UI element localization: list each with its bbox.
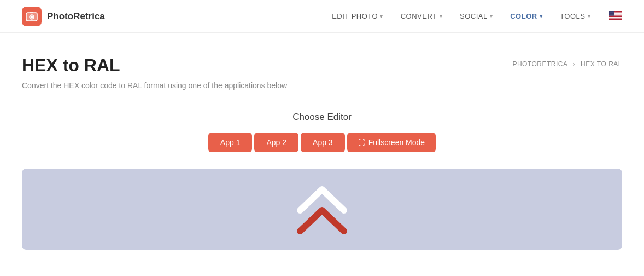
page-description: Convert the HEX color code to RAL format… <box>22 81 622 90</box>
language-flag[interactable]: ★★★★★★ ★★★★★ ★★★★★★ ★★★★★ <box>605 11 622 22</box>
page-title: HEX to RAL <box>22 55 120 76</box>
app2-button[interactable]: App 2 <box>254 133 298 152</box>
main-nav: EDIT PHOTO ▾ CONVERT ▾ SOCIAL ▾ COLOR ▾ … <box>324 8 622 25</box>
chevron-down-icon: ▾ <box>588 13 591 19</box>
editor-buttons: App 1 App 2 App 3 ⛶ Fullscreen Mode <box>22 133 622 152</box>
nav-item-social[interactable]: SOCIAL ▾ <box>452 8 500 25</box>
app-loading-area <box>22 169 622 250</box>
fullscreen-button[interactable]: ⛶ Fullscreen Mode <box>347 133 436 152</box>
editor-title: Choose Editor <box>22 112 622 123</box>
breadcrumb: PHOTORETRICA › HEX TO RAL <box>512 55 622 68</box>
breadcrumb-home: PHOTORETRICA <box>512 60 567 68</box>
svg-rect-8 <box>609 15 622 16</box>
chevron-down-icon: ▾ <box>440 13 443 19</box>
logo-text: PhotoRetrica <box>47 11 105 22</box>
nav-item-tools[interactable]: TOOLS ▾ <box>552 8 598 25</box>
logo-icon <box>22 7 42 26</box>
nav-item-edit-photo[interactable]: EDIT PHOTO ▾ <box>324 8 390 25</box>
breadcrumb-current: HEX TO RAL <box>581 60 622 68</box>
chevron-down-icon: ▾ <box>380 13 383 19</box>
svg-rect-3 <box>30 12 33 13</box>
logo-link[interactable]: PhotoRetrica <box>22 7 105 26</box>
header: PhotoRetrica EDIT PHOTO ▾ CONVERT ▾ SOCI… <box>0 0 644 33</box>
loading-chevrons <box>295 183 349 235</box>
breadcrumb-separator: › <box>573 60 576 68</box>
svg-rect-10 <box>609 18 622 19</box>
app3-button[interactable]: App 3 <box>301 133 345 152</box>
fullscreen-icon: ⛶ <box>358 139 365 147</box>
app1-button[interactable]: App 1 <box>208 133 253 152</box>
main-content: HEX to RAL PHOTORETRICA › HEX TO RAL Con… <box>0 33 644 152</box>
nav-item-convert[interactable]: CONVERT ▾ <box>393 8 450 25</box>
nav-item-color[interactable]: COLOR ▾ <box>502 8 550 25</box>
svg-point-2 <box>31 16 33 18</box>
editor-section: Choose Editor App 1 App 2 App 3 ⛶ Fullsc… <box>22 112 622 152</box>
page-header: HEX to RAL PHOTORETRICA › HEX TO RAL <box>22 55 622 76</box>
svg-rect-9 <box>609 17 622 18</box>
chevron-red-icon <box>295 204 349 235</box>
chevron-down-icon: ▾ <box>490 13 493 19</box>
chevron-down-icon: ▾ <box>540 13 543 19</box>
